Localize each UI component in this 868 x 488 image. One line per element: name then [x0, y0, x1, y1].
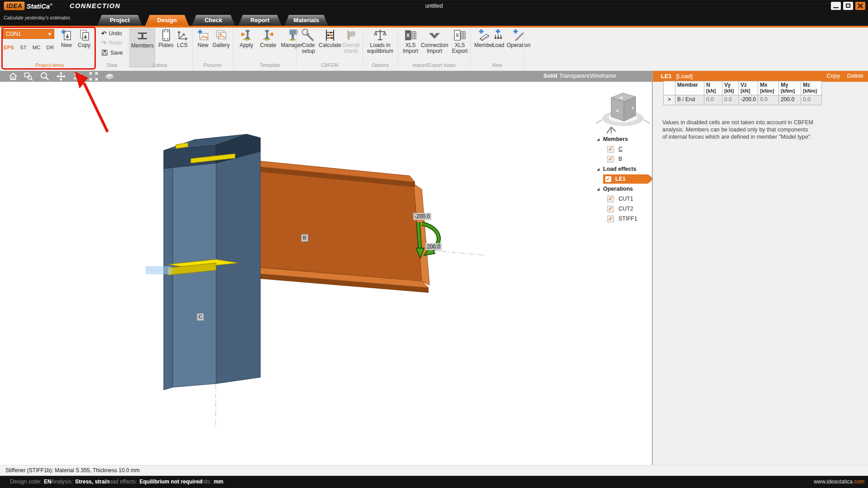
connection-import-button[interactable]: Connection Import [420, 28, 449, 67]
xls-import-button[interactable]: X XLS Import [400, 28, 421, 67]
template-apply-button[interactable]: Apply [236, 28, 257, 67]
header-vz: Vz[kN] [739, 81, 758, 95]
calculate-icon [323, 28, 337, 42]
redo-button[interactable]: ↷Redo [101, 40, 122, 46]
code-setup-button[interactable]: Code setup [298, 28, 318, 67]
new-project-item-button[interactable]: New [58, 28, 75, 67]
column-label[interactable]: C [197, 313, 204, 321]
collapse-icon[interactable]: ◢ [597, 167, 603, 171]
analysis-status[interactable]: Analysis:Stress, strain [51, 479, 109, 485]
panel-copy-button[interactable]: Copy [827, 73, 840, 79]
home-view-icon[interactable] [8, 71, 18, 81]
collapse-icon[interactable]: ◢ [597, 137, 603, 141]
new-operation-button[interactable]: Operation [505, 28, 533, 67]
cell-vy: 0.0 [722, 95, 739, 105]
group-label-pictures: Pictures [197, 62, 228, 68]
overall-check-button[interactable]: Overall check [340, 28, 362, 67]
tree-group-load-effects[interactable]: ◢ Load effects [595, 164, 652, 174]
checkbox-checked-icon[interactable]: ✓ [607, 206, 614, 212]
tab-check[interactable]: Check [192, 15, 235, 26]
tab-project[interactable]: Project [97, 15, 142, 26]
checkbox-checked-icon[interactable]: ✓ [607, 216, 614, 222]
minimize-button[interactable] [831, 2, 841, 10]
selected-item-pennant[interactable]: ✓ LE1 [603, 174, 652, 184]
checkbox-checked-icon[interactable]: ✓ [605, 176, 612, 183]
cell-n: 0.0 [704, 95, 722, 105]
close-button[interactable] [855, 2, 865, 10]
redo-icon: ↷ [101, 40, 107, 46]
zoom-extents-icon[interactable] [89, 71, 99, 81]
panel-delete-button[interactable]: Delete [847, 73, 863, 79]
tree-item-c[interactable]: ✓ C [595, 144, 652, 154]
view-mode-transparent[interactable]: Transparent [559, 73, 590, 79]
project-item-selector[interactable]: CON1 ▾ [3, 29, 54, 39]
design-code-toggles: EPS ST MC DR [4, 45, 54, 50]
tree-item-le1-selected[interactable]: ✓ LE1 [595, 174, 652, 184]
load-table-row[interactable]: > B / End 0.0 0.0 -200.0 0.0 200.0 0.0 [664, 95, 822, 105]
minimize-icon [833, 7, 839, 9]
checkbox-checked-icon[interactable]: ✓ [607, 156, 614, 163]
copy-project-item-button[interactable]: Copy [75, 28, 93, 67]
load-effects-status[interactable]: Load effects:Equilibrium not required [106, 479, 203, 485]
view-cube[interactable] [596, 93, 650, 133]
row-selector[interactable]: > [664, 95, 675, 105]
loads-in-equilibrium-button[interactable]: Loads in equilibrium [364, 28, 396, 67]
rotate-view-icon[interactable] [72, 71, 82, 81]
tree-item-b[interactable]: ✓ B [595, 154, 652, 164]
load-table-header-row: Member N[kN] Vy[kN] Vz[kN] Mx[kNm] My[kN… [664, 81, 822, 95]
view-mode-solid[interactable]: Solid [543, 73, 557, 79]
checkbox-checked-icon[interactable]: ✓ [607, 146, 614, 153]
maximize-button[interactable] [843, 2, 853, 10]
save-button[interactable]: Save [101, 49, 123, 56]
zoom-window-icon[interactable] [24, 71, 33, 81]
copy-item-icon [77, 28, 91, 42]
xls-export-button[interactable]: X XLS Export [449, 28, 470, 67]
new-item-icon [60, 28, 73, 42]
tree-item-cut1[interactable]: ✓ CUT1 [595, 194, 652, 204]
pan-icon[interactable] [56, 71, 66, 81]
lcs-button[interactable]: LCS [174, 28, 190, 67]
code-mc[interactable]: MC [33, 45, 41, 50]
template-create-button[interactable]: Create [258, 28, 278, 67]
ribbon: CON1 ▾ EPS ST MC DR New Copy [0, 28, 868, 71]
members-button[interactable]: Members [130, 28, 155, 67]
design-code-status[interactable]: Design code:EN [10, 479, 52, 485]
group-label-data: Data [97, 62, 127, 68]
zoom-icon[interactable] [40, 71, 50, 81]
tab-materials[interactable]: Materials [284, 15, 328, 26]
code-dr[interactable]: DR [47, 45, 54, 50]
cell-vz[interactable]: -200.0 [739, 95, 758, 105]
header-member: Member [675, 81, 704, 95]
beam-member [235, 159, 429, 293]
collapse-icon[interactable]: ◢ [597, 187, 603, 191]
plates-button[interactable]: Plates [156, 28, 176, 67]
load-table: Member N[kN] Vy[kN] Vz[kN] Mx[kNm] My[kN… [663, 81, 822, 105]
tab-report[interactable]: Report [238, 15, 282, 26]
idea-statica-connection-window: IDEA StatiCa® CONNECTION untitled Calcul… [0, 0, 868, 488]
tree-group-members[interactable]: ◢ Members [595, 134, 652, 144]
tree-item-stiff1[interactable]: ✓ STIFF1 [595, 214, 652, 224]
tree-group-operations[interactable]: ◢ Operations [595, 184, 652, 194]
website-link[interactable]: www.ideastatica.com [814, 479, 864, 485]
view-mode-wireframe[interactable]: Wireframe [590, 73, 616, 79]
tagline: Calculate yesterday's estimates [4, 15, 70, 20]
beam-label[interactable]: B [301, 234, 308, 242]
cell-my[interactable]: 200.0 [779, 95, 801, 105]
template-create-icon [261, 28, 275, 42]
undo-button[interactable]: ↶Undo [101, 30, 122, 37]
cell-mz: 0.0 [801, 95, 822, 105]
gallery-button[interactable]: Gallery [210, 28, 232, 67]
ribbon-tab-bar: Calculate yesterday's estimates Project … [0, 12, 868, 26]
new-picture-button[interactable]: New [194, 28, 212, 67]
calculate-button[interactable]: Calculate [317, 28, 343, 67]
solid-brick-icon[interactable] [104, 71, 114, 81]
checkbox-checked-icon[interactable]: ✓ [607, 196, 614, 202]
tree-item-cut2[interactable]: ✓ CUT2 [595, 204, 652, 214]
code-st[interactable]: ST [20, 45, 27, 50]
load-effect-panel: LE1 [Load] Copy Delete Member N[kN] Vy[k… [653, 71, 868, 465]
new-load-icon [491, 28, 505, 42]
units-status[interactable]: Units:mm [198, 479, 223, 485]
model-viewport[interactable]: B C -200.0 200.0 ◢ Members ✓ C ✓ B ◢ Loa… [0, 82, 652, 465]
tab-design[interactable]: Design [145, 15, 189, 26]
code-eps[interactable]: EPS [4, 45, 14, 50]
